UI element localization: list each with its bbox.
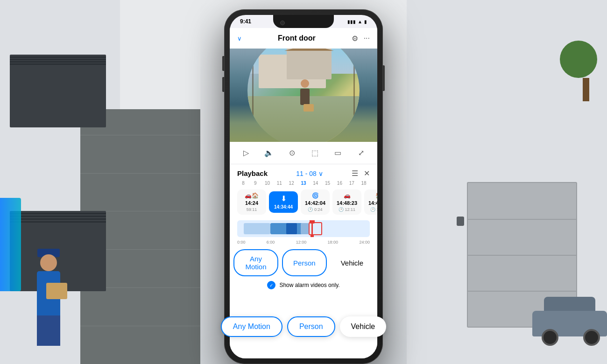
hour-10: 10: [261, 181, 274, 186]
snapshot-icon[interactable]: ⬚: [309, 147, 322, 160]
vehicle-filter-btn[interactable]: Vehicle: [331, 249, 374, 276]
list-view-icon[interactable]: ☰: [352, 169, 358, 178]
clips-row: 🚗🏠 14:24 59:11 ⬇ 14:34:44 🌀 14:42:04 🕐 0…: [230, 186, 377, 218]
wifi-icon: ▲: [358, 19, 362, 24]
timeline-hours: 8 9 10 11 12 13 14 15 16 17 18: [230, 181, 377, 186]
clip-5-time: 14:48:23: [368, 200, 377, 206]
alarm-videos-row: ✓ Show alarm videos only.: [230, 279, 377, 291]
phone-screen: 9:41 ▮▮▮ ▲ ▮ ∨ Front door ⚙ ··· 40.85 kb…: [230, 15, 377, 358]
header-actions: ⚙ ···: [352, 34, 370, 43]
garage-line-2: [468, 255, 576, 256]
person-head: [40, 254, 57, 271]
scrubber-container[interactable]: [237, 220, 370, 237]
tree-trunk: [583, 78, 589, 101]
hour-16: 16: [334, 181, 346, 186]
camera-feed: [230, 49, 377, 142]
clip-3-icon: 🌀: [312, 192, 319, 199]
hour-9: 9: [249, 181, 261, 186]
scrubber-label-6: 6:00: [267, 240, 275, 245]
record-icon[interactable]: ▭: [332, 147, 345, 160]
notch: [273, 15, 334, 28]
scrubber-label-18: 18:00: [328, 240, 339, 245]
hour-13: 13: [297, 181, 310, 186]
floating-person-btn[interactable]: Person: [287, 316, 335, 337]
background-left: [0, 0, 200, 364]
clip-2-selected[interactable]: ⬇ 14:34:44: [269, 191, 298, 213]
delivery-person: [30, 243, 67, 346]
volume-down-button: [222, 77, 224, 92]
camera-title: Front door: [278, 34, 316, 42]
clip-1-time: 14:24: [245, 200, 258, 206]
playback-header: Playback 11 - 08 ∨ ☰ ✕: [230, 164, 377, 181]
scrubber-label-12: 12:00: [296, 240, 307, 245]
battery-icon: ▮: [364, 19, 367, 24]
window-blind-top: [10, 55, 106, 127]
clip-5-icon: 🏠: [375, 192, 378, 199]
clip-1-icon: 🚗🏠: [245, 192, 259, 199]
floating-filter-pills: Any Motion Person Vehicle: [219, 316, 388, 337]
scrubber-segment-1: [244, 223, 270, 234]
package: [46, 283, 67, 299]
floating-vehicle-btn[interactable]: Vehicle: [340, 316, 387, 337]
house-right: [407, 0, 607, 364]
garage-line-1: [468, 219, 576, 220]
clip-5[interactable]: 🏠 14:48:23 🕐 12:11: [364, 189, 377, 215]
playback-title: Playback: [237, 169, 268, 177]
playback-actions: ☰ ✕: [352, 169, 370, 178]
more-icon[interactable]: ···: [364, 34, 370, 42]
check-icon: ✓: [267, 281, 275, 289]
door-frame: [252, 49, 355, 142]
any-motion-filter-btn[interactable]: Any Motion: [233, 249, 278, 276]
status-icons: ▮▮▮ ▲ ▮: [347, 19, 367, 24]
clip-3-duration: 🕐 0:24: [308, 207, 322, 212]
scrubber-dense: [286, 223, 297, 234]
clip-3-time: 14:42:04: [305, 200, 325, 206]
phone-device: 9:41 ▮▮▮ ▲ ▮ ∨ Front door ⚙ ··· 40.85 kb…: [224, 9, 383, 364]
speaker-icon[interactable]: 🔈: [262, 147, 275, 160]
garage-line-3: [468, 291, 576, 292]
clip-4[interactable]: 🚗 14:48:23 🕐 12:11: [332, 189, 361, 215]
scrubber-label-24: 24:00: [359, 240, 370, 245]
floating-any-motion-btn[interactable]: Any Motion: [221, 316, 282, 337]
app-header: ∨ Front door ⚙ ···: [230, 28, 377, 49]
clip-2-icon: ⬇: [281, 194, 287, 203]
tree-top: [560, 41, 597, 78]
clip-2-time: 14:34:44: [274, 204, 293, 210]
clip-3[interactable]: 🌀 14:42:04 🕐 0:24: [301, 189, 330, 215]
signal-icon: ▮▮▮: [347, 19, 356, 24]
clip-4-icon: 🚗: [344, 192, 351, 199]
hour-15: 15: [322, 181, 334, 186]
fullscreen-icon[interactable]: ⤢: [354, 147, 367, 160]
date-chevron: ∨: [318, 170, 323, 177]
hour-14: 14: [310, 181, 322, 186]
volume-up-button: [222, 56, 224, 71]
clip-1[interactable]: 🚗🏠 14:24 59:11: [237, 189, 266, 215]
chevron-down-icon: ∨: [237, 35, 242, 42]
playback-date[interactable]: 11 - 08 ∨: [296, 170, 323, 177]
power-button: [383, 65, 385, 91]
security-box: [457, 217, 464, 226]
scrubber-segment-2: [301, 223, 309, 234]
scrubber-label-0: 0:00: [237, 240, 246, 245]
hour-11: 11: [273, 181, 285, 186]
hour-8: 8: [237, 181, 249, 186]
person-filter-btn[interactable]: Person: [282, 249, 327, 276]
front-camera: [280, 21, 285, 25]
scrubber-selection: [309, 222, 322, 235]
tree: [575, 55, 597, 101]
play-icon[interactable]: ▷: [240, 147, 253, 160]
header-back[interactable]: ∨: [237, 35, 242, 42]
status-time: 9:41: [240, 18, 251, 25]
camera-capture-icon[interactable]: ⊙: [285, 147, 298, 160]
controls-bar: ▷ 🔈 ⊙ ⬚ ▭ ⤢: [230, 142, 377, 164]
clip-4-time: 14:48:23: [337, 200, 357, 206]
date-label: 11 - 08: [296, 170, 317, 177]
close-playback-icon[interactable]: ✕: [364, 169, 370, 178]
car-wheel-left: [542, 329, 558, 346]
filter-buttons-inner: Any Motion Person Vehicle: [230, 245, 377, 279]
fisheye-view: [247, 49, 360, 142]
settings-icon[interactable]: ⚙: [352, 34, 358, 43]
car-wheel-right: [583, 329, 600, 346]
background-right: [407, 0, 607, 364]
person-legs: [37, 315, 60, 346]
